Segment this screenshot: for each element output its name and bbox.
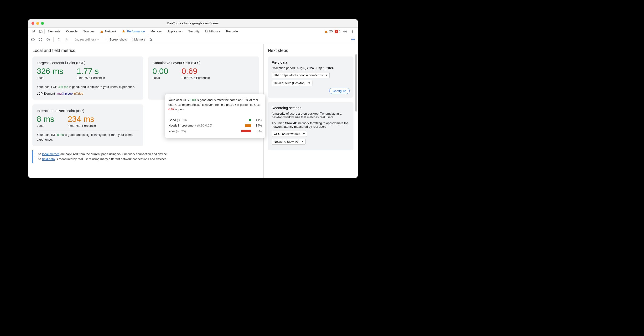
warning-icon <box>100 30 103 33</box>
error-icon: ✕ <box>335 30 338 33</box>
lcp-card: Largest Contentful Paint (LCP) 326 msLoc… <box>32 56 143 100</box>
lcp-element[interactable]: LCP Element img#hplogo.lnXdpd <box>37 92 139 95</box>
network-select[interactable]: Network: Slow 4G <box>272 139 306 145</box>
warnings-badge[interactable]: 20 <box>324 29 332 33</box>
zoom-icon[interactable] <box>41 22 44 25</box>
inp-card: Interaction to Next Paint (INP) 8 msLoca… <box>32 104 143 146</box>
chevron-down-icon <box>308 82 310 84</box>
svg-point-4 <box>352 30 353 31</box>
chevron-down-icon <box>303 133 305 134</box>
device-select[interactable]: Device: Auto (Desktop) <box>272 80 312 86</box>
cls-card: Cumulative Layout Shift (CLS) 0.00Local … <box>148 56 259 100</box>
inp-local-value: 8 ms <box>37 115 54 123</box>
recordings-select[interactable]: (no recordings) <box>75 38 99 41</box>
devtools-window: DevTools - fonts.google.com/icons Elemen… <box>28 19 358 178</box>
warning-icon <box>122 30 125 32</box>
ni-bar <box>245 124 251 127</box>
tab-elements[interactable]: Elements <box>44 28 63 35</box>
url-select[interactable]: URL: https://fonts.google.com/icons <box>272 72 330 78</box>
tab-performance[interactable]: Performance <box>119 28 148 35</box>
screenshots-checkbox[interactable]: Screenshots <box>105 38 127 41</box>
garbage-icon[interactable] <box>148 37 153 42</box>
titlebar: DevTools - fonts.google.com/icons <box>28 19 358 28</box>
cls-field-value: 0.69 <box>182 67 210 75</box>
configure-button[interactable]: Configure <box>329 88 350 94</box>
svg-point-6 <box>352 32 353 33</box>
chevron-down-icon <box>326 75 328 76</box>
tab-application[interactable]: Application <box>164 28 186 35</box>
metrics-footer: The local metrics are captured from the … <box>32 150 259 163</box>
settings-gear-icon[interactable] <box>350 37 356 42</box>
tab-console[interactable]: Console <box>63 28 80 35</box>
checkbox-icon <box>105 38 108 41</box>
local-metrics-link[interactable]: local metrics <box>42 152 60 156</box>
svg-point-5 <box>352 31 353 32</box>
card-title: Largest Contentful Paint (LCP) <box>37 61 139 65</box>
more-icon[interactable] <box>350 29 354 33</box>
record-button[interactable] <box>30 37 35 42</box>
memory-checkbox[interactable]: Memory <box>130 38 146 41</box>
sidebar: Next steps Field data Collection period:… <box>264 44 358 178</box>
side-heading: Next steps <box>268 48 354 53</box>
device-icon[interactable] <box>39 29 43 33</box>
close-icon[interactable] <box>32 22 34 25</box>
tab-recorder[interactable]: Recorder <box>223 28 242 35</box>
card-title: Cumulative Layout Shift (CLS) <box>152 61 255 65</box>
cls-tooltip: Your local CLS 0.00 is good and is rated… <box>165 94 265 138</box>
tab-memory[interactable]: Memory <box>148 28 164 35</box>
traffic-lights <box>28 22 44 25</box>
tab-network[interactable]: Network <box>98 28 120 35</box>
card-title: Interaction to Next Paint (INP) <box>37 109 139 113</box>
checkbox-icon <box>130 38 133 41</box>
panel-tabs: Elements Console Sources Network Perform… <box>28 28 358 35</box>
warning-icon <box>324 30 328 33</box>
reload-button[interactable] <box>38 37 43 42</box>
good-bar <box>249 119 251 121</box>
clear-button[interactable] <box>46 37 50 42</box>
upload-icon[interactable] <box>56 37 61 42</box>
tab-lighthouse[interactable]: Lighthouse <box>202 28 223 35</box>
perf-toolbar: (no recordings) Screenshots Memory <box>28 35 358 44</box>
tab-sources[interactable]: Sources <box>80 28 98 35</box>
cls-local-value: 0.00 <box>152 67 168 75</box>
errors-badge[interactable]: ✕1 <box>335 29 340 33</box>
field-data-link[interactable]: field data <box>42 157 55 161</box>
svg-point-8 <box>352 39 354 40</box>
field-data-panel: Field data Collection period: Aug 5, 202… <box>268 56 354 98</box>
inspect-icon[interactable] <box>32 29 36 33</box>
inp-description: Your local INP 8 ms is good, and is sign… <box>37 132 139 142</box>
lcp-description: Your local LCP 326 ms is good, and is si… <box>37 85 139 89</box>
minimize-icon[interactable] <box>36 22 39 25</box>
lcp-local-value: 326 ms <box>37 67 64 75</box>
main-heading: Local and field metrics <box>32 48 259 53</box>
scrollbar[interactable] <box>355 54 357 111</box>
svg-point-3 <box>345 31 346 32</box>
cpu-select[interactable]: CPU: 6× slowdown <box>272 131 307 137</box>
cls-distribution: Good(≤0.10)11% Needs improvement(0.10-0.… <box>168 114 262 134</box>
svg-rect-2 <box>41 31 42 33</box>
inp-field-value: 234 ms <box>68 115 96 123</box>
gear-icon[interactable] <box>343 29 347 33</box>
lcp-field-value: 1.77 s <box>77 67 105 75</box>
window-title: DevTools - fonts.google.com/icons <box>168 21 219 25</box>
recording-settings-panel: Recording settings A majority of users a… <box>268 102 354 150</box>
tab-security[interactable]: Security <box>185 28 202 35</box>
chevron-down-icon <box>97 39 99 40</box>
chevron-down-icon <box>302 141 304 142</box>
poor-bar <box>242 130 251 132</box>
download-icon[interactable] <box>64 37 69 42</box>
